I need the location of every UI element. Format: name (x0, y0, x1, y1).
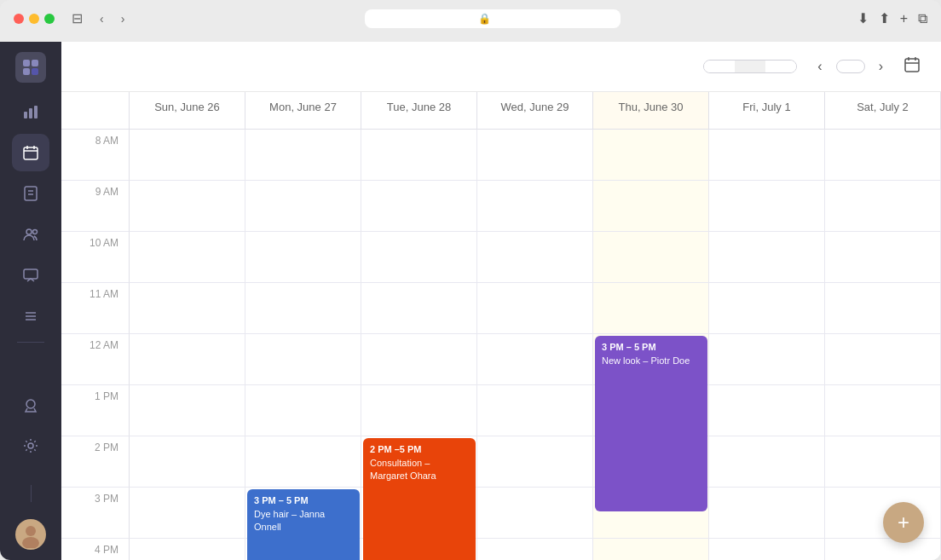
cal-cell-2-6[interactable] (825, 232, 941, 283)
cal-cell-4-2[interactable] (361, 334, 477, 385)
calendar-event[interactable]: 3 PM – 5 PMNew look – Piotr Doe (595, 336, 707, 511)
cal-cell-5-5[interactable] (709, 385, 825, 436)
cal-cell-3-4[interactable] (593, 283, 709, 334)
cal-cell-6-3[interactable] (477, 436, 593, 488)
cal-cell-3-6[interactable] (825, 283, 941, 334)
sidebar-item-users[interactable] (12, 216, 49, 253)
view-month-button[interactable] (765, 61, 796, 72)
cal-cell-4-1[interactable] (245, 334, 361, 385)
cal-cell-0-1[interactable] (245, 130, 361, 181)
svg-point-14 (26, 229, 32, 234)
cal-cell-5-0[interactable] (130, 385, 245, 436)
svg-rect-16 (24, 269, 38, 279)
cal-cell-0-5[interactable] (709, 130, 825, 181)
next-button[interactable]: › (872, 55, 890, 78)
cal-cell-3-2[interactable] (361, 283, 477, 334)
calendar-grid-container[interactable]: Sun, June 26 Mon, June 27 Tue, June 28 W… (61, 92, 941, 560)
svg-point-20 (26, 400, 35, 408)
cal-cell-0-2[interactable] (361, 130, 477, 181)
cal-cell-6-5[interactable] (709, 436, 825, 488)
time-label-6: 2 PM (61, 436, 130, 488)
cal-cell-7-5[interactable] (709, 488, 825, 539)
cal-cell-6-0[interactable] (130, 436, 245, 488)
calendar-icon[interactable] (903, 56, 921, 78)
cal-cell-2-2[interactable] (361, 232, 477, 283)
sidebar-item-calendar[interactable] (12, 134, 49, 171)
sidebar-item-chart[interactable] (12, 93, 49, 130)
cal-cell-2-0[interactable] (130, 232, 245, 283)
day-header-4: Thu, June 30 (593, 92, 709, 130)
svg-point-15 (33, 230, 38, 234)
back-button[interactable]: ‹ (96, 10, 107, 27)
cal-cell-6-1[interactable] (245, 436, 361, 488)
cal-cell-2-5[interactable] (709, 232, 825, 283)
sidebar-item-badge[interactable] (12, 386, 49, 424)
cal-cell-5-2[interactable] (361, 385, 477, 436)
cal-cell-4-5[interactable] (709, 334, 825, 385)
cal-cell-8-5[interactable] (709, 539, 825, 560)
cal-cell-8-3[interactable] (477, 539, 593, 560)
close-button[interactable] (14, 14, 24, 24)
cal-cell-1-1[interactable] (245, 181, 361, 232)
cal-cell-7-6[interactable] (825, 488, 941, 539)
cal-cell-0-6[interactable] (825, 130, 941, 181)
cal-cell-6-6[interactable] (825, 436, 941, 488)
time-label-2: 10 AM (61, 232, 130, 283)
sidebar-item-messages[interactable] (12, 257, 49, 294)
day-header-1: Mon, June 27 (245, 92, 361, 130)
cal-cell-1-6[interactable] (825, 181, 941, 232)
cal-cell-7-0[interactable] (130, 488, 245, 539)
svg-rect-7 (24, 147, 38, 159)
svg-rect-5 (29, 108, 32, 118)
cal-cell-3-0[interactable] (130, 283, 245, 334)
calendar-event[interactable]: 3 PM – 5 PMDye hair – Janna Onnell (247, 489, 360, 560)
cal-cell-0-0[interactable] (130, 130, 245, 181)
tabs-icon[interactable]: ⧉ (918, 11, 927, 26)
share-icon[interactable]: ⬆ (879, 10, 890, 26)
avatar[interactable] (15, 519, 46, 550)
cal-cell-5-3[interactable] (477, 385, 593, 436)
cal-cell-4-3[interactable] (477, 334, 593, 385)
minimize-button[interactable] (29, 14, 39, 24)
cal-cell-1-4[interactable] (593, 181, 709, 232)
sidebar-toggle-button[interactable]: ⊟ (68, 9, 86, 28)
sidebar-item-book[interactable] (12, 175, 49, 212)
cal-cell-5-6[interactable] (825, 385, 941, 436)
cal-cell-4-0[interactable] (130, 334, 245, 385)
address-bar[interactable]: 🔒 (365, 9, 621, 28)
calendar-event[interactable]: 2 PM –5 PMConsultation – Margaret Ohara (363, 438, 476, 560)
add-event-button[interactable]: + (883, 502, 924, 543)
cal-cell-3-3[interactable] (477, 283, 593, 334)
download-icon[interactable]: ⬇ (857, 10, 869, 26)
cal-cell-3-5[interactable] (709, 283, 825, 334)
sidebar-item-list[interactable] (12, 297, 49, 335)
new-tab-icon[interactable]: + (900, 11, 908, 26)
cal-cell-1-3[interactable] (477, 181, 593, 232)
cal-cell-0-4[interactable] (593, 130, 709, 181)
prev-button[interactable]: ‹ (811, 55, 828, 78)
view-week-button[interactable] (735, 61, 765, 72)
svg-point-23 (22, 537, 39, 548)
cal-cell-2-1[interactable] (245, 232, 361, 283)
day-header-2: Tue, June 28 (361, 92, 477, 130)
svg-point-22 (26, 526, 36, 536)
cal-cell-1-5[interactable] (709, 181, 825, 232)
forward-button[interactable]: › (118, 10, 129, 27)
view-day-button[interactable] (704, 61, 735, 72)
cal-cell-1-2[interactable] (361, 181, 477, 232)
sidebar-item-settings[interactable] (12, 427, 49, 465)
cal-cell-8-6[interactable] (825, 539, 941, 560)
cal-cell-4-6[interactable] (825, 334, 941, 385)
cal-cell-0-3[interactable] (477, 130, 593, 181)
cal-cell-2-4[interactable] (593, 232, 709, 283)
cal-cell-2-3[interactable] (477, 232, 593, 283)
cal-cell-5-1[interactable] (245, 385, 361, 436)
cal-cell-3-1[interactable] (245, 283, 361, 334)
maximize-button[interactable] (44, 14, 55, 24)
day-header-6: Sat, July 2 (825, 92, 941, 130)
today-button[interactable] (836, 60, 865, 73)
cal-cell-1-0[interactable] (130, 181, 245, 232)
cal-cell-8-0[interactable] (130, 539, 245, 560)
cal-cell-8-4[interactable] (593, 539, 709, 560)
cal-cell-7-3[interactable] (477, 488, 593, 539)
